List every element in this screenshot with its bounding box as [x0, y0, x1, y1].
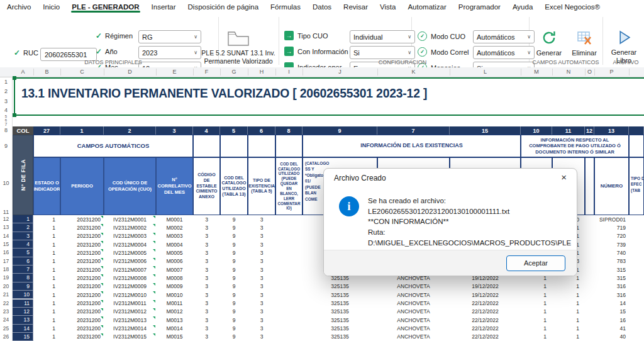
cell-c4[interactable]: 3: [193, 232, 220, 240]
fila-cell[interactable]: 5: [13, 249, 33, 257]
cell-c6[interactable]: 3: [248, 223, 275, 232]
fila-cell[interactable]: 12: [13, 308, 33, 316]
cell-periodo[interactable]: 20231200: [60, 308, 104, 316]
column-letter-B[interactable]: B: [45, 69, 48, 75]
cell-cuo[interactable]: IV2312M0015: [104, 333, 156, 341]
cell-codigo[interactable]: 325135: [303, 308, 377, 316]
row-number-12[interactable]: 12: [0, 215, 12, 223]
modo-correl-select[interactable]: Automáticos ∨: [473, 46, 535, 59]
cell-codigo[interactable]: 325135: [303, 333, 377, 341]
selection-handle[interactable]: [13, 76, 16, 80]
column-letter-M[interactable]: M: [534, 69, 539, 75]
cell-c6[interactable]: 3: [248, 249, 275, 257]
cell-fecha[interactable]: 22/12/2022: [450, 316, 521, 324]
modo-cuo-select[interactable]: Automáticos ∨: [473, 30, 535, 43]
row-number-21[interactable]: 21: [0, 291, 12, 299]
cell-estado[interactable]: 1: [33, 257, 60, 266]
row-number-24[interactable]: 24: [0, 316, 12, 324]
cell-c5[interactable]: 9: [220, 249, 248, 257]
cell-periodo[interactable]: 20231200: [60, 249, 104, 257]
cell-v1[interactable]: 1: [521, 282, 552, 291]
cell-c4[interactable]: 3: [193, 308, 220, 316]
cell-fecha[interactable]: 19/12/2022: [450, 282, 521, 291]
cell-c4[interactable]: 3: [193, 240, 220, 249]
cell-c5[interactable]: 9: [220, 316, 248, 324]
row-number-23[interactable]: 23: [0, 308, 12, 316]
cell-c6[interactable]: 3: [248, 291, 275, 299]
menu-tab-ple-generador[interactable]: PLE - GENERADOR: [71, 1, 140, 13]
cell-descripcion[interactable]: ANCHOVETA: [377, 333, 450, 341]
cell-c6[interactable]: 3: [248, 333, 275, 341]
cell-c5[interactable]: 9: [220, 282, 248, 291]
con-informacion-select[interactable]: Si ∨: [350, 46, 415, 59]
cell-cuo[interactable]: IV2312M0010: [104, 291, 156, 299]
cell-cuo[interactable]: IV2312M0014: [104, 325, 156, 333]
cell-periodo[interactable]: 20231200: [60, 223, 104, 232]
row-number-4[interactable]: 4: [0, 106, 12, 115]
cell-estado[interactable]: 1: [33, 249, 60, 257]
cell-estado[interactable]: 1: [33, 316, 60, 324]
cell-numero[interactable]: 15: [594, 308, 629, 316]
column-header-strip[interactable]: ABCDEFGHIJKLMNOP: [0, 67, 644, 77]
menu-tab-inicio[interactable]: Inicio: [42, 1, 60, 13]
cell-correlativo[interactable]: M0002: [156, 223, 193, 232]
cell-c6[interactable]: 3: [248, 240, 275, 249]
cell-v1[interactable]: 1: [521, 291, 552, 299]
fila-cell[interactable]: 2: [13, 223, 33, 232]
cell-descripcion[interactable]: ANCHOVETA: [377, 291, 450, 299]
column-letter-F[interactable]: F: [205, 69, 209, 75]
menu-tab-vista[interactable]: Vista: [379, 1, 396, 13]
cell-correlativo[interactable]: M0014: [156, 325, 193, 333]
fila-cell[interactable]: 10: [13, 291, 33, 299]
cell-numero[interactable]: 41: [594, 325, 629, 333]
eliminar-button[interactable]: Eliminar: [566, 30, 602, 57]
row-number-8[interactable]: 8: [0, 126, 12, 135]
cell-v2[interactable]: 1: [552, 333, 585, 341]
row-number-15[interactable]: 15: [0, 240, 12, 249]
cell-estado[interactable]: 1: [33, 274, 60, 282]
generar-button[interactable]: Generar: [531, 30, 567, 57]
column-letter-G[interactable]: G: [231, 69, 236, 75]
cell-cuo[interactable]: IV2312M0011: [104, 299, 156, 308]
cell-descripcion[interactable]: ANCHOVETA: [377, 282, 450, 291]
cell-c4[interactable]: 3: [193, 223, 220, 232]
row-number-10[interactable]: 10: [0, 157, 12, 210]
cell-c6[interactable]: 3: [248, 282, 275, 291]
column-letter-N[interactable]: N: [567, 69, 571, 75]
cell-numero[interactable]: 720: [594, 232, 629, 240]
cell-cuo[interactable]: IV2312M0003: [104, 232, 156, 240]
cell-c5[interactable]: 9: [220, 266, 248, 274]
row-number-18[interactable]: 18: [0, 266, 12, 274]
cell-c4[interactable]: 3: [193, 291, 220, 299]
menu-tab-revisar[interactable]: Revisar: [343, 1, 369, 13]
fila-cell[interactable]: 1: [13, 215, 33, 223]
cell-periodo[interactable]: 20231200: [60, 316, 104, 324]
column-letter-O[interactable]: O: [587, 69, 592, 75]
cell-descripcion[interactable]: ANCHOVETA: [377, 325, 450, 333]
cell-periodo[interactable]: 20231200: [60, 232, 104, 240]
cell-correlativo[interactable]: M0005: [156, 249, 193, 257]
column-letter-D[interactable]: D: [128, 69, 132, 75]
cell-numero[interactable]: 739: [594, 240, 629, 249]
cell-numero[interactable]: 315: [594, 266, 629, 274]
cell-numero[interactable]: 783: [594, 257, 629, 266]
cell-c4[interactable]: 3: [193, 274, 220, 282]
anio-select[interactable]: 2023 ∨: [138, 46, 201, 59]
cell-c6[interactable]: 3: [248, 257, 275, 266]
cell-c6[interactable]: 3: [248, 215, 275, 223]
cell-c5[interactable]: 9: [220, 240, 248, 249]
row-number-9[interactable]: 9: [0, 135, 12, 157]
menu-tab-ayuda[interactable]: Ayuda: [512, 1, 533, 13]
aceptar-button[interactable]: Aceptar: [506, 255, 565, 271]
cell-estado[interactable]: 1: [33, 215, 60, 223]
menu-tab-insertar[interactable]: Insertar: [151, 1, 177, 13]
cell-periodo[interactable]: 20231200: [60, 215, 104, 223]
cell-c4[interactable]: 3: [193, 325, 220, 333]
cell-codigo[interactable]: 325135: [303, 325, 377, 333]
menu-tab-programador[interactable]: Programador: [458, 1, 501, 13]
cell-numero[interactable]: 14: [594, 299, 629, 308]
cell-v2[interactable]: 1: [552, 299, 585, 308]
cell-v1[interactable]: 1: [521, 299, 552, 308]
fila-cell[interactable]: 11: [13, 299, 33, 308]
cell-cuo[interactable]: IV2312M0004: [104, 240, 156, 249]
